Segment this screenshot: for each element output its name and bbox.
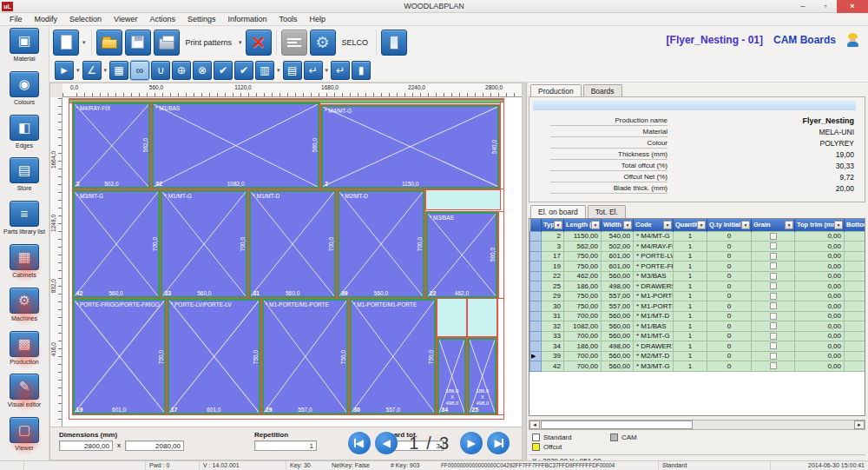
cell[interactable]: 1 [674,361,707,372]
cell[interactable]: 557,00 [602,301,634,312]
cell[interactable]: 1082,00 [564,321,602,332]
tab-el-on-board[interactable]: El. on board [530,205,586,218]
cell[interactable]: 750,00 [564,301,602,312]
row-selector[interactable] [530,271,542,281]
grain-checkbox[interactable] [770,293,777,300]
table-row[interactable]: 30750,00557,00* M1-PORTE/100,00 [530,301,866,312]
cell[interactable]: 32 [542,321,564,332]
zoom-in-tool-button[interactable]: ⊕ [172,61,191,80]
last-board-button[interactable]: ▶ [487,432,510,454]
cell[interactable] [845,351,866,361]
cell[interactable] [752,321,795,332]
cell[interactable]: 39 [542,351,564,361]
cell[interactable]: 498,00 [602,341,634,352]
dimension-y-field[interactable]: 2080,00 [125,440,184,451]
table-row[interactable]: 21150,00540,00* M4/MT-G100,00 [530,231,866,242]
grain-checkbox[interactable] [770,353,777,360]
first-board-button[interactable]: ◀ [348,432,371,454]
menu-settings[interactable]: Settings [181,13,222,26]
nested-panel-30[interactable]: * M1-PORTE/M1-PORTE30557,0750,0 [350,299,436,414]
nested-panel-25[interactable]: 186,0X498,025 [468,338,496,414]
dimension-x-field[interactable]: 2800,00 [59,440,113,451]
grain-checkbox[interactable] [770,273,777,280]
grain-checkbox[interactable] [770,362,777,369]
column-header-bottom-t[interactable]: Bottom t▼ [845,219,866,231]
open-button[interactable] [96,30,122,56]
nested-panel-39[interactable]: * M2/MT-D39560,0700,0 [338,190,424,298]
cell[interactable] [752,291,795,301]
cell[interactable] [845,311,866,321]
close-button[interactable]: × [837,0,868,13]
cell[interactable]: 560,00 [602,361,634,372]
filter-dropdown-icon[interactable]: ▼ [785,221,793,229]
column-header-code[interactable]: Code▼ [634,219,674,231]
cell[interactable]: * DRAWER1/ [634,341,674,352]
row-selector[interactable] [530,311,542,321]
filter-dropdown-icon[interactable]: ▼ [623,221,632,229]
sheet-check-tool-button[interactable]: ✔ [214,61,233,80]
filter-dropdown-icon[interactable]: ▼ [591,221,600,229]
cell[interactable]: 186,00 [564,281,602,292]
cell[interactable]: 0 [707,301,752,312]
cell[interactable]: 1 [674,321,707,332]
filter-dropdown-icon[interactable]: ▼ [697,221,706,229]
cell[interactable] [752,231,795,242]
cell[interactable]: 0 [707,351,752,361]
cell[interactable] [845,281,866,292]
board-lines-tool-button[interactable]: ▤ [283,61,302,80]
cell[interactable] [845,271,866,281]
grain-checkbox[interactable] [770,333,777,340]
cell[interactable] [752,261,795,272]
tab-boards[interactable]: Boards [583,84,622,97]
cell[interactable]: 1 [674,261,707,272]
sidebar-item-edges[interactable]: ◧Edges [1,115,49,157]
table-row[interactable]: 34186,00498,00* DRAWER1/100,00 [530,341,866,352]
cell[interactable]: 0,00 [795,271,845,281]
cell[interactable] [752,242,795,252]
cell[interactable] [845,261,866,272]
cell[interactable]: 1 [674,301,707,312]
cell[interactable]: 700,00 [564,311,602,321]
cell[interactable]: 560,00 [602,271,634,281]
sidebar-item-material[interactable]: ▣Material [1,28,49,70]
print-patterns-dropdown[interactable]: ▾ [239,39,242,46]
cell[interactable]: 0 [707,271,752,281]
table-row[interactable]: 25186,00498,00* DRAWERS/100,00 [530,281,866,292]
row-selector[interactable] [530,361,542,372]
cell[interactable]: 19 [542,261,564,272]
column-header-typ[interactable]: Typ▼ [542,219,564,231]
sidebar-item-production[interactable]: ▩Production [1,331,49,374]
grain-checkbox[interactable] [770,342,777,349]
table-row[interactable]: 42700,00560,00* M3/MT-G100,00 [530,361,866,372]
cell[interactable]: 750,00 [564,261,602,272]
minimize-button[interactable]: – [792,0,814,13]
cell[interactable]: 0 [707,261,752,272]
cell[interactable]: 1 [674,291,707,301]
cell[interactable] [845,301,866,312]
menu-actions[interactable]: Actions [143,13,181,26]
zoom-extents-tool-button[interactable]: ⊗ [193,61,212,80]
cell[interactable]: 0 [707,281,752,292]
cell[interactable]: 560,00 [602,321,634,332]
row-selector[interactable] [530,301,542,312]
cell[interactable] [752,361,795,372]
save-button[interactable] [125,30,151,56]
cell[interactable]: * M4/RAY-FD [634,242,674,252]
cell[interactable]: * M1/MT-D [634,311,674,321]
row-selector[interactable] [530,261,542,272]
nested-panel-2[interactable]: * M4/MT-G21150,0540,0 [321,105,499,189]
nested-panel-42[interactable]: * M3/MT-G42560,0700,0 [73,190,160,298]
cell[interactable]: * M3/BAS [634,271,674,281]
table-row[interactable]: ▶39700,00560,00* M2/MT-D100,00 [530,351,866,361]
nested-panel-34[interactable]: 186,0X498,034 [437,338,466,414]
cell[interactable]: * M1-PORTE/ [634,301,674,312]
cell[interactable] [845,341,866,352]
cell[interactable]: 1 [674,251,707,261]
cell[interactable]: 0,00 [795,351,845,361]
column-header-length-m[interactable]: Length (m▼ [564,219,602,231]
cell[interactable]: 0,00 [795,311,845,321]
filter-dropdown-icon[interactable]: ▼ [554,221,562,229]
stats-tool-button[interactable]: ▮ [352,61,371,80]
new-document-button[interactable] [53,30,79,56]
cell[interactable]: 462,00 [564,271,602,281]
